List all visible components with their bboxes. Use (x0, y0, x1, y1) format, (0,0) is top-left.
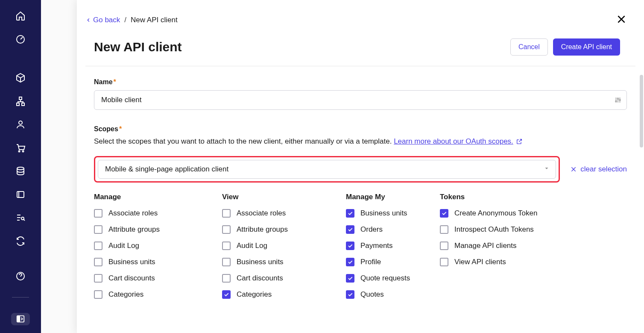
home-icon[interactable] (10, 10, 31, 21)
checkbox-icon[interactable] (440, 242, 448, 250)
collapse-sidebar-button[interactable] (11, 313, 30, 325)
scope-item-label: Introspect OAuth Tokens (454, 225, 534, 234)
cart-icon[interactable] (10, 142, 31, 153)
create-api-client-button[interactable]: Create API client (553, 38, 620, 56)
checkbox-icon[interactable] (346, 290, 354, 299)
cancel-button[interactable]: Cancel (510, 38, 548, 56)
scope-checkbox-item[interactable]: Categories (222, 290, 346, 299)
scope-checkbox-item[interactable]: Categories (94, 290, 222, 299)
scope-item-label: Audit Log (108, 242, 139, 250)
scope-checkbox-item[interactable]: Business units (346, 209, 440, 218)
scope-checkbox-item[interactable]: Audit Log (94, 242, 222, 250)
checkbox-icon[interactable] (94, 274, 102, 283)
scopes-label-text: Scopes (94, 125, 118, 133)
svg-point-13 (618, 98, 619, 100)
checkbox-icon[interactable] (94, 290, 102, 299)
scrollbar[interactable] (640, 75, 643, 147)
refresh-icon[interactable] (10, 235, 31, 246)
scope-item-label: Associate roles (108, 209, 158, 218)
required-asterisk: * (114, 78, 116, 86)
checkbox-icon[interactable] (346, 258, 354, 266)
scope-item-label: Create Anonymous Token (454, 209, 537, 218)
checkbox-icon[interactable] (94, 258, 102, 266)
scope-checkbox-item[interactable]: Business units (222, 258, 346, 266)
breadcrumb-current: New API client (131, 16, 178, 24)
checkbox-icon[interactable] (94, 209, 102, 218)
form-body: Name* Scopes* Select the scopes that you… (77, 66, 644, 333)
scope-grid: ManageAssociate rolesAttribute groupsAud… (94, 193, 627, 306)
checkbox-icon[interactable] (346, 225, 354, 234)
scope-checkbox-item[interactable]: Manage API clients (440, 242, 551, 250)
checkbox-icon[interactable] (222, 274, 231, 283)
checkbox-icon[interactable] (94, 225, 102, 234)
learn-more-link[interactable]: Learn more about our OAuth scopes. (394, 137, 523, 146)
scope-item-label: Cart discounts (108, 274, 155, 283)
scope-checkbox-item[interactable]: Attribute groups (222, 225, 346, 234)
scope-checkbox-item[interactable]: Profile (346, 258, 440, 266)
coins-icon[interactable] (10, 165, 31, 177)
svg-rect-7 (17, 192, 24, 197)
clear-selection-button[interactable]: clear selection (570, 165, 627, 174)
scope-checkbox-item[interactable]: Create Anonymous Token (440, 209, 551, 218)
scope-item-label: Payments (360, 242, 393, 250)
scope-checkbox-item[interactable]: Orders (346, 225, 440, 234)
scope-checkbox-item[interactable]: Business units (94, 258, 222, 266)
scope-item-label: Quotes (360, 290, 384, 299)
checkbox-icon[interactable] (222, 258, 231, 266)
scope-template-dropdown[interactable]: Mobile & single-page application client (98, 160, 556, 179)
scope-column: TokensCreate Anonymous TokenIntrospect O… (440, 193, 551, 306)
scope-checkbox-item[interactable]: View API clients (440, 258, 551, 266)
checkbox-icon[interactable] (440, 225, 448, 234)
scope-column-title: Tokens (440, 193, 551, 201)
sitemap-icon[interactable] (10, 95, 31, 106)
scopes-label: Scopes* (94, 125, 122, 133)
checkbox-icon[interactable] (222, 242, 231, 250)
scope-item-label: Business units (237, 258, 284, 266)
scope-item-label: Categories (108, 290, 143, 299)
svg-rect-11 (17, 316, 20, 322)
gauge-icon[interactable] (10, 33, 31, 44)
scope-checkbox-item[interactable]: Associate roles (222, 209, 346, 218)
checkbox-icon[interactable] (440, 209, 448, 218)
scope-checkbox-item[interactable]: Audit Log (222, 242, 346, 250)
checkbox-icon[interactable] (346, 242, 354, 250)
person-icon[interactable] (10, 119, 31, 130)
scope-checkbox-item[interactable]: Cart discounts (222, 274, 346, 283)
scope-checkbox-item[interactable]: Payments (346, 242, 440, 250)
scope-checkbox-item[interactable]: Attribute groups (94, 225, 222, 234)
go-back-label: Go back (93, 16, 120, 24)
card-icon[interactable] (10, 189, 31, 200)
sidebar (0, 0, 41, 333)
scope-checkbox-item[interactable]: Introspect OAuth Tokens (440, 225, 551, 234)
scope-column: ManageAssociate rolesAttribute groupsAud… (94, 193, 222, 306)
scope-checkbox-item[interactable]: Quotes (346, 290, 440, 299)
learn-more-text: Learn more about our OAuth scopes. (394, 137, 513, 146)
page-title: New API client (94, 40, 182, 54)
sliders-icon[interactable] (614, 96, 622, 104)
scope-checkbox-item[interactable]: Cart discounts (94, 274, 222, 283)
svg-point-12 (615, 101, 617, 102)
breadcrumb-separator: / (124, 16, 126, 24)
svg-point-3 (19, 121, 22, 124)
chevron-down-icon (544, 165, 550, 174)
checkbox-icon[interactable] (346, 209, 354, 218)
scope-checkbox-item[interactable]: Associate roles (94, 209, 222, 218)
scope-item-label: Manage API clients (454, 242, 517, 250)
name-input[interactable] (94, 90, 627, 110)
cube-icon[interactable] (10, 72, 31, 83)
checkbox-icon[interactable] (346, 274, 354, 283)
scope-item-label: Business units (108, 258, 155, 266)
checkbox-icon[interactable] (222, 290, 231, 299)
scope-checkbox-item[interactable]: Quote requests (346, 274, 440, 283)
search-list-icon[interactable] (10, 212, 31, 223)
scope-item-label: Profile (360, 258, 381, 266)
checkbox-icon[interactable] (94, 242, 102, 250)
go-back-link[interactable]: Go back (85, 16, 120, 24)
checkbox-icon[interactable] (222, 225, 231, 234)
checkbox-icon[interactable] (440, 258, 448, 266)
close-icon[interactable] (614, 12, 629, 28)
scope-item-label: Orders (360, 225, 383, 234)
help-icon[interactable] (10, 271, 31, 282)
required-asterisk: * (119, 125, 122, 133)
checkbox-icon[interactable] (222, 209, 231, 218)
